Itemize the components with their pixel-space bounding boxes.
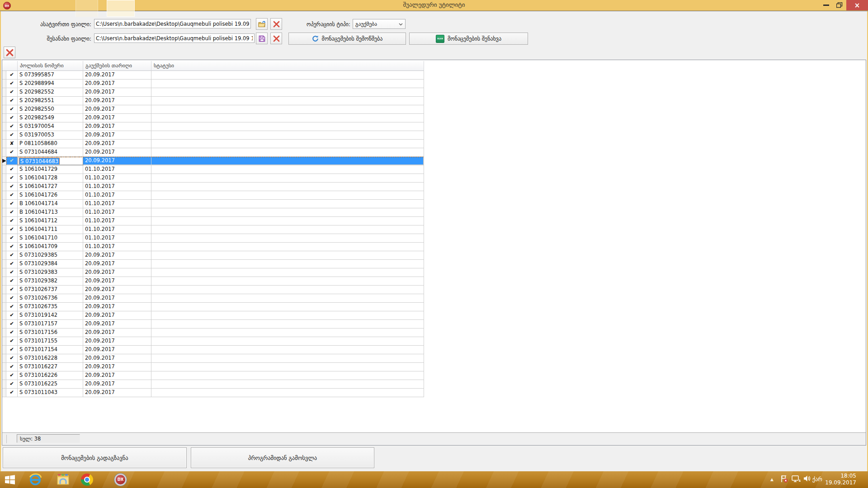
table-row[interactable]: ✔S 20298255220.09.2017 <box>2 88 424 97</box>
table-row[interactable]: ✔S 106104171001.10.2017 <box>2 234 424 243</box>
network-icon[interactable] <box>792 475 801 484</box>
file-explorer-icon[interactable] <box>56 474 70 486</box>
action-center-flag-icon[interactable] <box>780 475 788 484</box>
cancel-date-cell: 20.09.2017 <box>83 337 151 346</box>
table-row[interactable]: ✔S 106104172801.10.2017 <box>2 174 424 183</box>
status-cell <box>151 260 424 268</box>
table-row[interactable]: ✔S 106104172601.10.2017 <box>2 191 424 200</box>
check-mark-icon: ✔ <box>6 286 18 294</box>
table-row[interactable]: ✔S 073101622520.09.2017 <box>2 380 424 389</box>
table-row[interactable]: ✔S 20298255020.09.2017 <box>2 105 424 114</box>
red-x-icon <box>6 49 14 56</box>
table-row[interactable]: ✔S 073102938320.09.2017 <box>2 268 424 277</box>
table-row[interactable]: ✔S 073102938420.09.2017 <box>2 260 424 268</box>
target-file-input[interactable] <box>94 33 255 43</box>
table-row[interactable]: ✔S 07399585720.09.2017 <box>2 71 424 80</box>
internet-explorer-icon[interactable] <box>28 472 42 487</box>
table-row[interactable]: ✔S 106104171101.10.2017 <box>2 225 424 234</box>
table-row[interactable]: ✔S 073102673720.09.2017 <box>2 286 424 294</box>
clock[interactable]: 18:05 19.09.2017 <box>822 473 856 486</box>
table-row[interactable]: ✔S 073102938520.09.2017 <box>2 251 424 260</box>
check-data-button[interactable]: მონაცემების შემოწმება <box>288 33 406 45</box>
volume-icon[interactable] <box>803 475 811 484</box>
table-row[interactable]: ✔S 073101622720.09.2017 <box>2 363 424 371</box>
save-file-button[interactable] <box>256 33 268 44</box>
export-data-button[interactable]: XLSX მონაცემების შენახვა <box>409 33 528 45</box>
cancel-date-cell: 20.09.2017 <box>83 277 151 286</box>
policy-number-cell: S 031970054 <box>18 122 83 131</box>
policy-number-cell: S 0731026736 <box>18 294 83 303</box>
grid-rows: ✔S 07399585720.09.2017✔S 20298899420.09.… <box>2 60 866 445</box>
status-cell <box>151 217 424 225</box>
policy-number-cell: S 0731026737 <box>18 286 83 294</box>
close-button[interactable]: × <box>846 0 868 10</box>
table-row[interactable]: ✔S 03197005420.09.2017 <box>2 122 424 131</box>
open-file-button[interactable] <box>256 18 268 30</box>
status-cell <box>151 311 424 320</box>
check-mark-icon: ✔ <box>6 303 18 311</box>
check-mark-icon: ✔ <box>6 217 18 225</box>
table-row[interactable]: ✔S 073101715720.09.2017 <box>2 320 424 328</box>
row-indicator <box>2 71 6 80</box>
chrome-icon[interactable] <box>81 474 93 486</box>
row-indicator <box>2 320 6 328</box>
table-row[interactable]: ✔S 073104468420.09.2017 <box>2 148 424 157</box>
table-row[interactable]: ✔S 20298255120.09.2017 <box>2 97 424 105</box>
table-row[interactable]: ✔S 03197005320.09.2017 <box>2 131 424 140</box>
clear-all-button[interactable] <box>4 47 15 58</box>
cancel-date-cell: 20.09.2017 <box>83 311 151 320</box>
table-row[interactable]: ✔S 106104171201.10.2017 <box>2 217 424 225</box>
send-data-button[interactable]: მონაცემების გადაგზავნა <box>3 447 187 468</box>
cancel-date-cell: 01.10.2017 <box>83 208 151 217</box>
tray-chevron-up-icon[interactable]: ▲ <box>770 477 774 482</box>
language-indicator[interactable]: ქარ <box>812 476 822 483</box>
table-row[interactable]: ✔S 106104172701.10.2017 <box>2 183 424 191</box>
table-row[interactable]: ✔B 106104171401.10.2017 <box>2 200 424 208</box>
cancel-date-cell: 20.09.2017 <box>83 363 151 371</box>
policy-number-cell: S 0731029385 <box>18 251 83 260</box>
table-row[interactable]: ✔B 106104171301.10.2017 <box>2 208 424 217</box>
table-row[interactable]: ✘P 081105868020.09.2017 <box>2 140 424 148</box>
clear-target-button[interactable] <box>270 33 282 44</box>
table-row[interactable]: ✔S 073101914220.09.2017 <box>2 311 424 320</box>
table-row[interactable]: ✔S 20298899420.09.2017 <box>2 80 424 88</box>
table-row[interactable]: ✔S 073102673520.09.2017 <box>2 303 424 311</box>
row-indicator <box>2 217 6 225</box>
table-row[interactable]: ✔S 073102673620.09.2017 <box>2 294 424 303</box>
table-row[interactable]: ▶✔S 073104468320.09.2017 <box>2 157 424 165</box>
table-row[interactable]: ✔S 073101622820.09.2017 <box>2 354 424 363</box>
table-row[interactable]: ✔S 073101715420.09.2017 <box>2 346 424 354</box>
table-row[interactable]: ✔S 073101715520.09.2017 <box>2 337 424 346</box>
check-mark-icon: ✔ <box>6 71 18 80</box>
check-mark-icon: ✔ <box>6 380 18 389</box>
dx-app-taskbar-icon[interactable]: DX <box>114 474 127 486</box>
check-mark-icon: ✔ <box>6 311 18 320</box>
table-row[interactable]: ✔S 073101104320.09.2017 <box>2 389 424 397</box>
taskbar-sheen <box>0 471 868 488</box>
table-row[interactable]: ✔S 106104170901.10.2017 <box>2 243 424 251</box>
cross-mark-icon: ✘ <box>6 140 18 148</box>
table-row[interactable]: ✔S 106104172901.10.2017 <box>2 165 424 174</box>
minimize-button[interactable] <box>819 0 833 10</box>
taskbar-slot-chrome[interactable] <box>75 0 98 17</box>
table-row[interactable]: ✔S 073101715620.09.2017 <box>2 328 424 337</box>
row-indicator <box>2 337 6 346</box>
table-row[interactable]: ✔S 20298254920.09.2017 <box>2 114 424 122</box>
start-button[interactable] <box>5 475 15 484</box>
check-mark-icon: ✔ <box>6 354 18 363</box>
status-cell <box>151 234 424 243</box>
table-row[interactable]: ✔S 073101622620.09.2017 <box>2 371 424 380</box>
row-indicator <box>2 294 6 303</box>
clock-date: 19.09.2017 <box>822 479 856 486</box>
row-indicator <box>2 97 6 105</box>
policy-number-cell: S 1061041712 <box>18 217 83 225</box>
table-row[interactable]: ✔S 073102938220.09.2017 <box>2 277 424 286</box>
operation-type-select[interactable]: გაუქმება <box>353 19 406 29</box>
source-file-input[interactable] <box>94 19 251 28</box>
minimize-icon <box>823 5 829 6</box>
maximize-button[interactable] <box>833 0 846 10</box>
taskbar-slot-dx-active[interactable] <box>107 0 135 17</box>
exit-program-button[interactable]: პროგრამიდან გამოსვლა <box>191 447 374 468</box>
check-mark-icon: ✔ <box>6 80 18 88</box>
row-indicator <box>2 140 6 148</box>
